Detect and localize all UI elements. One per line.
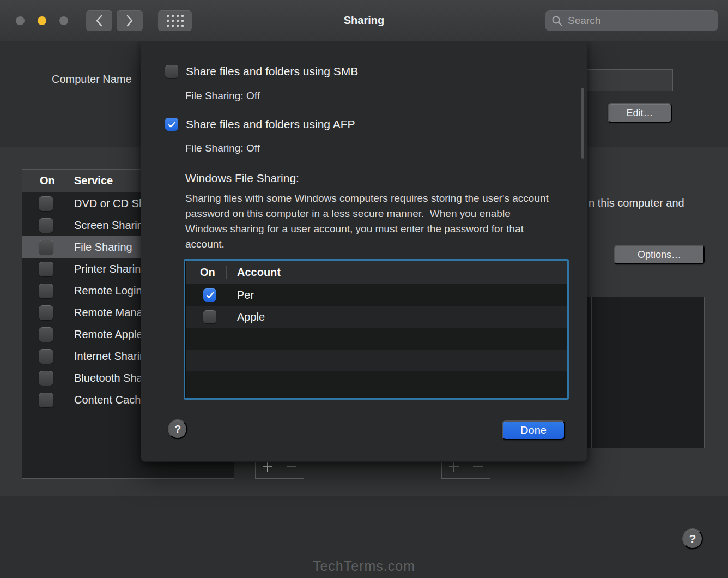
- search-icon: [551, 15, 563, 27]
- windows-file-sharing-description: Sharing files with some Windows computer…: [185, 191, 549, 252]
- sheet-help-button[interactable]: ?: [168, 419, 187, 439]
- windows-file-sharing-heading: Windows File Sharing:: [185, 172, 299, 185]
- search-placeholder: Search: [568, 15, 600, 27]
- smb-checkbox[interactable]: [165, 65, 178, 78]
- afp-label: Share files and folders using AFP: [186, 118, 355, 131]
- smb-status: File Sharing: Off: [185, 90, 260, 102]
- account-row-empty: [186, 350, 567, 371]
- account-row-per[interactable]: Per: [186, 284, 567, 306]
- service-label: Printer Sharing: [74, 263, 147, 275]
- accounts-header-divider: [226, 266, 227, 279]
- file-sharing-description-fragment: n this computer and: [589, 197, 684, 209]
- titlebar: Sharing Search: [0, 0, 728, 41]
- smb-option-row: Share files and folders using SMB: [165, 65, 358, 78]
- account-checkbox[interactable]: [203, 310, 216, 323]
- services-column-service: Service: [74, 174, 113, 187]
- account-checkbox[interactable]: [203, 288, 216, 302]
- minus-icon: [472, 461, 484, 473]
- services-header-divider: [70, 174, 70, 188]
- services-column-on: On: [40, 174, 55, 187]
- account-label: Apple: [237, 311, 265, 323]
- service-checkbox[interactable]: [39, 196, 53, 211]
- done-button[interactable]: Done: [502, 420, 565, 440]
- service-checkbox[interactable]: [39, 305, 53, 320]
- minus-icon: [286, 461, 298, 473]
- scrollbar-thumb[interactable]: [581, 88, 584, 159]
- service-checkbox[interactable]: [39, 371, 53, 386]
- service-checkbox[interactable]: [39, 393, 53, 407]
- service-checkbox[interactable]: [39, 327, 53, 342]
- service-checkbox[interactable]: [39, 349, 53, 364]
- plus-icon: [262, 461, 274, 473]
- service-label: Screen Sharing: [74, 219, 149, 232]
- accounts-table-header: On Account: [186, 261, 567, 284]
- afp-checkbox[interactable]: [165, 118, 178, 131]
- accounts-column-account: Account: [237, 266, 281, 279]
- edit-button[interactable]: Edit…: [608, 103, 672, 123]
- service-label: File Sharing: [74, 241, 132, 254]
- sharing-preferences-window: Computer Name Edit… On Service DVD or CD…: [0, 0, 728, 578]
- afp-status: File Sharing: Off: [185, 142, 260, 154]
- service-label: Internet Sharing: [74, 350, 151, 363]
- service-label: Remote Login: [74, 285, 142, 297]
- accounts-table[interactable]: On Account Per Apple: [185, 261, 567, 398]
- checkmark-icon: [168, 121, 176, 128]
- account-row-empty: [186, 371, 567, 398]
- shared-folders-list-divider: [591, 297, 592, 448]
- accounts-table-focus-ring: On Account Per Apple: [184, 259, 569, 400]
- service-checkbox[interactable]: [39, 284, 53, 298]
- service-checkbox[interactable]: [39, 262, 53, 276]
- search-input[interactable]: Search: [545, 10, 718, 31]
- file-sharing-options-sheet: Share files and folders using SMB File S…: [141, 41, 587, 462]
- account-row-empty: [186, 328, 567, 350]
- service-checkbox[interactable]: [39, 240, 53, 255]
- service-checkbox[interactable]: [39, 218, 53, 233]
- checkmark-icon: [206, 292, 214, 299]
- smb-label: Share files and folders using SMB: [186, 65, 358, 78]
- account-label: Per: [237, 289, 254, 302]
- help-button[interactable]: ?: [682, 528, 703, 549]
- accounts-column-on: On: [200, 266, 215, 279]
- computer-name-label: Computer Name: [52, 73, 132, 86]
- options-button[interactable]: Options…: [614, 245, 705, 264]
- afp-option-row: Share files and folders using AFP: [165, 118, 355, 131]
- account-row-apple[interactable]: Apple: [186, 306, 567, 328]
- watermark-text: TechTerms.com: [0, 558, 728, 574]
- plus-icon: [448, 461, 460, 473]
